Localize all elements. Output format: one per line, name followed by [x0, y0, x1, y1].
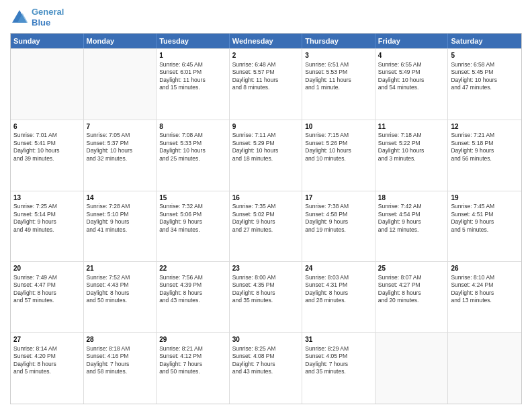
- cell-text: Sunset: 4:16 PM: [87, 353, 154, 360]
- cell-text: Sunrise: 7:18 AM: [378, 132, 445, 139]
- cell-text: Sunset: 4:05 PM: [305, 353, 372, 360]
- day-number: 14: [87, 193, 154, 203]
- cell-text: Sunset: 5:33 PM: [159, 140, 226, 147]
- page: General Blue SundayMondayTuesdayWednesda…: [0, 0, 532, 411]
- cell-text: Sunrise: 7:56 AM: [159, 274, 226, 281]
- cell-text: Sunset: 5:14 PM: [13, 211, 81, 218]
- cell-text: and 50 minutes.: [159, 368, 226, 375]
- cell-text: Daylight: 9 hours: [159, 218, 226, 226]
- day-number: 4: [378, 51, 445, 60]
- day-cell-8: 8Sunrise: 7:08 AMSunset: 5:33 PMDaylight…: [157, 120, 230, 191]
- day-number: 13: [13, 193, 81, 203]
- cell-text: Daylight: 8 hours: [232, 289, 300, 297]
- cell-text: and 19 minutes.: [305, 226, 372, 234]
- cell-text: Sunrise: 7:25 AM: [13, 203, 81, 210]
- day-cell-19: 19Sunrise: 7:45 AMSunset: 4:51 PMDayligh…: [448, 191, 521, 262]
- day-number: 8: [159, 122, 226, 132]
- day-cell-16: 16Sunrise: 7:35 AMSunset: 5:02 PMDayligh…: [230, 191, 303, 262]
- cell-text: Daylight: 10 hours: [13, 147, 81, 154]
- day-number: 31: [305, 335, 372, 345]
- cell-text: Sunrise: 6:55 AM: [378, 61, 445, 68]
- cell-text: and 18 minutes.: [232, 155, 300, 163]
- logo-icon: [10, 8, 29, 27]
- day-cell-6: 6Sunrise: 7:01 AMSunset: 5:41 PMDaylight…: [11, 120, 84, 191]
- day-cell-20: 20Sunrise: 7:49 AMSunset: 4:47 PMDayligh…: [11, 262, 84, 332]
- day-number: 30: [232, 335, 300, 345]
- cell-text: and 50 minutes.: [87, 297, 154, 304]
- cell-text: Sunrise: 7:38 AM: [305, 203, 372, 210]
- logo: General Blue: [10, 7, 64, 28]
- cell-text: Sunrise: 8:21 AM: [159, 345, 226, 353]
- cell-text: Sunset: 4:24 PM: [451, 281, 519, 289]
- weekday-header-tuesday: Tuesday: [157, 34, 230, 48]
- cell-text: Sunrise: 7:11 AM: [232, 132, 300, 139]
- day-cell-10: 10Sunrise: 7:15 AMSunset: 5:26 PMDayligh…: [302, 120, 375, 191]
- cell-text: Daylight: 10 hours: [87, 147, 154, 154]
- cell-text: Daylight: 7 hours: [87, 361, 154, 368]
- day-number: 28: [87, 335, 154, 345]
- cell-text: and 39 minutes.: [13, 155, 81, 163]
- cell-text: Sunrise: 7:08 AM: [159, 132, 226, 139]
- cell-text: and 43 minutes.: [159, 297, 226, 304]
- day-number: 7: [87, 122, 154, 132]
- cell-text: Sunrise: 8:07 AM: [378, 274, 445, 281]
- empty-cell: [84, 49, 157, 120]
- cell-text: and 58 minutes.: [87, 368, 154, 375]
- cell-text: and 13 minutes.: [451, 297, 519, 304]
- cell-text: Sunset: 5:45 PM: [451, 68, 519, 76]
- cell-text: Daylight: 8 hours: [159, 289, 226, 297]
- cell-text: Sunrise: 7:15 AM: [305, 132, 372, 139]
- cell-text: and 35 minutes.: [305, 368, 372, 375]
- cell-text: Sunrise: 8:03 AM: [305, 274, 372, 281]
- cell-text: and 28 minutes.: [305, 297, 372, 304]
- weekday-header-friday: Friday: [375, 34, 449, 48]
- day-cell-4: 4Sunrise: 6:55 AMSunset: 5:49 PMDaylight…: [375, 49, 449, 120]
- cell-text: Daylight: 9 hours: [13, 218, 81, 226]
- cell-text: Daylight: 9 hours: [232, 218, 300, 226]
- day-number: 5: [451, 51, 519, 60]
- day-number: 22: [159, 264, 226, 273]
- cell-text: Daylight: 10 hours: [232, 147, 300, 154]
- cell-text: and 41 minutes.: [87, 226, 154, 234]
- day-cell-28: 28Sunrise: 8:18 AMSunset: 4:16 PMDayligh…: [84, 333, 157, 404]
- cell-text: and 10 minutes.: [305, 155, 372, 163]
- cell-text: and 5 minutes.: [451, 226, 519, 234]
- cell-text: Sunset: 4:58 PM: [305, 211, 372, 218]
- empty-cell: [448, 333, 521, 404]
- empty-cell: [11, 49, 84, 120]
- cell-text: Daylight: 8 hours: [378, 289, 445, 297]
- cell-text: Sunset: 4:12 PM: [159, 353, 226, 360]
- cell-text: Sunset: 5:18 PM: [451, 140, 519, 147]
- day-number: 23: [232, 264, 300, 273]
- day-number: 18: [378, 193, 445, 203]
- cell-text: and 56 minutes.: [451, 155, 519, 163]
- cell-text: Sunset: 5:29 PM: [232, 140, 300, 147]
- cell-text: Sunrise: 7:52 AM: [87, 274, 154, 281]
- cell-text: and 47 minutes.: [451, 84, 519, 91]
- calendar-row-1: 6Sunrise: 7:01 AMSunset: 5:41 PMDaylight…: [11, 120, 521, 191]
- cell-text: Daylight: 9 hours: [451, 147, 519, 154]
- weekday-header-thursday: Thursday: [302, 34, 375, 48]
- cell-text: and 12 minutes.: [378, 226, 445, 234]
- cell-text: Sunrise: 6:51 AM: [305, 61, 372, 68]
- cell-text: and 8 minutes.: [232, 84, 300, 91]
- cell-text: Daylight: 9 hours: [305, 218, 372, 226]
- day-cell-26: 26Sunrise: 8:10 AMSunset: 4:24 PMDayligh…: [448, 262, 521, 332]
- day-cell-14: 14Sunrise: 7:28 AMSunset: 5:10 PMDayligh…: [84, 191, 157, 262]
- cell-text: Sunset: 4:20 PM: [13, 353, 81, 360]
- cell-text: and 32 minutes.: [87, 155, 154, 163]
- cell-text: Sunrise: 8:00 AM: [232, 274, 300, 281]
- cell-text: and 15 minutes.: [159, 84, 226, 91]
- day-number: 9: [232, 122, 300, 132]
- cell-text: Sunset: 4:39 PM: [159, 281, 226, 289]
- cell-text: and 49 minutes.: [13, 226, 81, 234]
- cell-text: Daylight: 8 hours: [87, 289, 154, 297]
- day-cell-1: 1Sunrise: 6:45 AMSunset: 6:01 PMDaylight…: [157, 49, 230, 120]
- cell-text: and 5 minutes.: [13, 368, 81, 375]
- day-cell-27: 27Sunrise: 8:14 AMSunset: 4:20 PMDayligh…: [11, 333, 84, 404]
- cell-text: Sunset: 4:43 PM: [87, 281, 154, 289]
- cell-text: Daylight: 10 hours: [378, 77, 445, 84]
- cell-text: and 20 minutes.: [378, 297, 445, 304]
- cell-text: Sunrise: 8:18 AM: [87, 345, 154, 353]
- cell-text: Sunset: 5:49 PM: [378, 68, 445, 76]
